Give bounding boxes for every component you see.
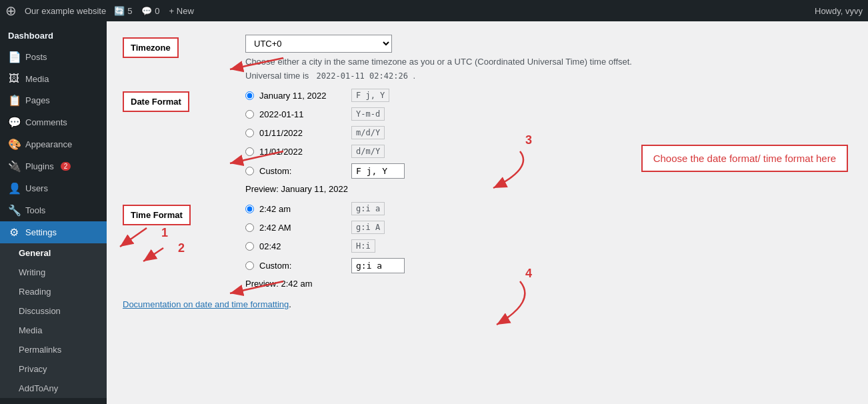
date-format-radio-1[interactable] [245,110,254,119]
time-format-code-1: g:i A [351,221,385,234]
universal-time-value: 2022-01-11 02:42:26 [314,71,411,81]
timezone-select[interactable]: UTC+0 [245,35,392,53]
submenu-permalinks-label: Permalinks [19,345,61,355]
date-format-option-2: 01/11/2022 m/d/Y [245,126,852,139]
date-format-code-2: m/d/Y [351,126,385,139]
date-format-radio-custom[interactable] [245,167,254,175]
submenu-privacy[interactable]: Privacy [0,359,107,379]
sidebar-item-tools[interactable]: 🔧 Tools [0,199,107,221]
date-preview-value: January 11, 2022 [281,184,347,194]
doc-link-row: Documentation on date and time formattin… [123,299,852,309]
sidebar: Dashboard 📄 Posts 🖼 Media 📋 Pages 💬 Comm… [0,21,107,404]
time-format-radio-custom[interactable] [245,261,254,270]
date-format-custom-input[interactable] [351,163,405,179]
settings-submenu: General Writing Reading Discussion Media… [0,243,107,398]
admin-bar: ⊕ Our example website 🔄 5 💬 0 + New Howd… [0,0,868,21]
date-preview-label: Preview: [245,184,279,194]
date-format-option-1: 2022-01-11 Y-m-d [245,107,852,121]
time-format-custom-input[interactable] [351,258,405,273]
submenu-writing[interactable]: Writing [0,263,107,282]
tools-icon: 🔧 [8,204,20,217]
time-format-value-custom: Custom: [259,261,346,271]
time-format-option-0: 2:42 am g:i a [245,202,852,215]
new-label: + New [169,6,194,16]
sidebar-item-comments-label: Comments [25,117,67,127]
plugins-badge: 2 [61,162,71,171]
date-format-code-3: d/m/Y [351,145,385,158]
time-format-value-1: 2:42 AM [259,223,346,233]
submenu-discussion[interactable]: Discussion [0,301,107,321]
appearance-icon: 🎨 [8,138,20,151]
date-format-radio-0[interactable] [245,91,254,100]
submenu-addtoany[interactable]: AddToAny [0,379,107,398]
date-format-label-col: Date Format [123,89,229,112]
sidebar-item-posts-label: Posts [25,52,47,62]
sidebar-item-posts[interactable]: 📄 Posts [0,46,107,68]
sidebar-item-settings-label: Settings [25,227,57,237]
sidebar-item-comments[interactable]: 💬 Comments [0,111,107,133]
comments-count: 0 [155,6,159,16]
updates-count: 5 [127,6,132,16]
sidebar-item-appearance[interactable]: 🎨 Appearance [0,133,107,155]
settings-icon: ⚙ [8,226,20,239]
timezone-content-col: UTC+0 Choose either a city in the same t… [245,35,852,81]
date-format-code-0: F j, Y [351,89,389,102]
updates-item[interactable]: 🔄 5 [114,6,132,16]
dashboard-title[interactable]: Dashboard [0,21,107,46]
time-format-code-2: H:i [351,239,375,253]
howdy-text: Howdy, vyvy [815,6,863,16]
sidebar-item-media[interactable]: 🖼 Media [0,68,107,89]
users-icon: 👤 [8,182,20,195]
admin-bar-items: 🔄 5 💬 0 + New [114,6,807,16]
comments-icon: 💬 [8,116,20,129]
submenu-writing-label: Writing [19,267,45,277]
doc-link[interactable]: Documentation on date and time formattin… [123,299,289,309]
date-format-value-1: 2022-01-11 [259,109,346,119]
universal-time: Universal time is 2022-01-11 02:42:26 . [245,71,852,81]
time-format-content-col: 2:42 am g:i a 2:42 AM g:i A 02:42 H:i Cu… [245,202,852,289]
sidebar-item-pages[interactable]: 📋 Pages [0,89,107,111]
time-format-option-2: 02:42 H:i [245,239,852,253]
doc-link-suffix: . [289,299,291,309]
time-format-radio-2[interactable] [245,242,254,251]
submenu-media[interactable]: Media [0,321,107,340]
new-item[interactable]: + New [169,6,194,16]
date-format-radio-3[interactable] [245,147,254,156]
date-format-content-col: January 11, 2022 F j, Y 2022-01-11 Y-m-d… [245,89,852,194]
wp-logo-icon: ⊕ [5,3,17,19]
time-format-section: Time Format 2:42 am g:i a 2:42 AM g:i A … [123,202,852,289]
date-format-value-3: 11/01/2022 [259,147,346,157]
media-icon: 🖼 [8,73,20,85]
sidebar-item-users-label: Users [25,183,48,193]
time-preview-value: 2:42 am [281,279,312,289]
timezone-label: Timezone [123,37,179,58]
time-format-preview: Preview: 2:42 am [245,279,852,289]
comments-item[interactable]: 💬 0 [141,6,159,16]
comments-icon: 💬 [141,6,152,16]
date-format-label: Date Format [123,91,189,112]
sidebar-item-plugins[interactable]: 🔌 Plugins 2 [0,155,107,177]
time-format-code-0: g:i a [351,202,385,215]
date-format-option-0: January 11, 2022 F j, Y [245,89,852,102]
sidebar-item-pages-label: Pages [25,95,50,105]
timezone-label-col: Timezone [123,35,229,58]
timezone-help: Choose either a city in the same timezon… [245,57,852,67]
site-name[interactable]: Our example website [25,6,106,16]
universal-time-prefix: Universal time is [245,71,309,81]
date-format-section: Date Format January 11, 2022 F j, Y 2022… [123,89,852,194]
submenu-addtoany-label: AddToAny [19,383,58,393]
time-format-label-col: Time Format [123,202,229,225]
submenu-permalinks[interactable]: Permalinks [0,340,107,359]
submenu-general[interactable]: General [0,243,107,263]
submenu-privacy-label: Privacy [19,364,47,374]
time-format-radio-0[interactable] [245,205,254,213]
submenu-reading[interactable]: Reading [0,282,107,301]
time-format-option-1: 2:42 AM g:i A [245,221,852,234]
date-format-value-0: January 11, 2022 [259,91,346,101]
sidebar-item-users[interactable]: 👤 Users [0,177,107,199]
time-format-radio-1[interactable] [245,223,254,232]
plugins-icon: 🔌 [8,160,20,173]
sidebar-item-settings[interactable]: ⚙ Settings [0,221,107,243]
date-format-radio-2[interactable] [245,129,254,137]
main-content: 1 2 3 4 Choose the date format/ time for… [107,21,868,404]
